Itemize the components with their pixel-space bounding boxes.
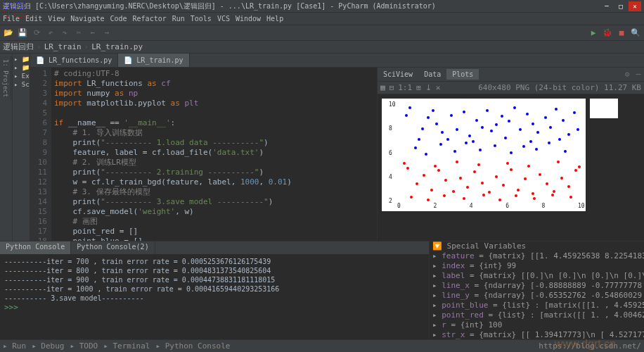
variables-panel[interactable]: 🔽 Special Variables▸ feature = {matrix} …	[430, 241, 644, 339]
editor-tab[interactable]: 📄 LR_functions.py	[30, 54, 118, 67]
menu-file[interactable]: File	[3, 15, 20, 23]
editor-tab[interactable]: 📄 LR_train.py	[118, 54, 189, 67]
menubar: FileEditViewNavigateCodeRefactorRunTools…	[0, 13, 644, 25]
stop-icon[interactable]: ■	[616, 27, 627, 39]
open-icon[interactable]: 📂	[3, 27, 14, 39]
redo-icon[interactable]: ↷	[59, 27, 70, 39]
plot-info: 640x480 PNG (24-bit color) 11.27 KB	[478, 83, 641, 92]
status-terminal[interactable]: ▸ Terminal	[103, 341, 150, 351]
menu-run[interactable]: Run	[172, 15, 185, 23]
menu-window[interactable]: Window	[236, 15, 261, 23]
watermark: www.dgrt.cn	[555, 338, 616, 351]
console-tab[interactable]: Python Console	[0, 241, 71, 254]
plot-canvas[interactable]: 0246810246810	[382, 99, 586, 211]
window-title: 逻辑回归 [C:\Users\zhangyuming.NERC\Desktop\…	[3, 1, 600, 11]
variable-row[interactable]: ▸ r = {int} 100	[430, 320, 644, 330]
menu-refactor[interactable]: Refactor	[133, 15, 167, 23]
status-python-console[interactable]: ▸ Python Console	[155, 341, 230, 351]
grid-icon[interactable]: ▦	[380, 83, 385, 92]
titlebar: 逻辑回归 [C:\Users\zhangyuming.NERC\Desktop\…	[0, 0, 644, 13]
status-run[interactable]: ▸ Run	[3, 341, 26, 351]
sciview-tab-sciview[interactable]: SciView	[378, 69, 418, 80]
variable-row[interactable]: ▸ index = {int} 99	[430, 261, 644, 271]
sciview-tab-plots[interactable]: Plots	[446, 69, 479, 80]
maximize-button[interactable]: □	[614, 1, 627, 11]
forward-icon[interactable]: →	[101, 27, 112, 39]
menu-code[interactable]: Code	[110, 15, 127, 23]
python-console[interactable]: Python ConsolePython Console(2) --------…	[0, 241, 430, 339]
export-icon[interactable]: ⤓	[425, 83, 432, 92]
variable-row[interactable]: ▸ point_blue = {list} : [matrix([[1. , 4…	[430, 301, 644, 310]
variable-row[interactable]: ▸ line_x = {ndarray} [-0.88888889 -0.777…	[430, 281, 644, 291]
search-icon[interactable]: 🔍	[630, 27, 641, 39]
menu-help[interactable]: Help	[266, 15, 283, 23]
run-icon[interactable]: ▶	[588, 27, 599, 39]
console-tab[interactable]: Python Console(2)	[71, 241, 155, 254]
delete-icon[interactable]: ✕	[436, 83, 441, 92]
back-icon[interactable]: ←	[87, 27, 98, 39]
gear-icon[interactable]: ⚙	[622, 69, 633, 80]
variable-row[interactable]: ▸ feature = {matrix} [[1. 4.45925638 8.2…	[430, 251, 644, 261]
breadcrumb: 逻辑回归 › LR_train › LR_train.py	[0, 41, 644, 54]
zoom-fit-icon[interactable]: 1:1	[398, 83, 412, 92]
debug-icon[interactable]: 🐞	[602, 27, 613, 39]
sciview-tabs: SciViewDataPlots ⚙ ─	[378, 68, 644, 82]
status-debug[interactable]: ▸ Debug	[32, 341, 64, 351]
undo-icon[interactable]: ↶	[45, 27, 56, 39]
editor-tabs: 📄 LR_functions.py📄 LR_train.py	[30, 54, 644, 68]
toolbar: 📂 💾 ⟳ ↶ ↷ ✂ ← → ▶ 🐞 ■ 🔍	[0, 25, 644, 41]
plot-toolbar: ▦ ⊟ 1:1 ⊞ ⤓ ✕ 640x480 PNG (24-bit color)…	[378, 82, 644, 94]
zoom-in-icon[interactable]: ⊞	[416, 83, 421, 92]
menu-vcs[interactable]: VCS	[217, 15, 230, 23]
project-tab[interactable]: 1: Project	[1, 56, 11, 100]
variable-row[interactable]: ▸ line_y = {ndarray} [-0.65352762 -0.548…	[430, 291, 644, 301]
menu-edit[interactable]: Edit	[25, 15, 42, 23]
statusbar: ▸ Run▸ Debug▸ TODO▸ Terminal▸ Python Con…	[0, 339, 644, 352]
minimize-button[interactable]: ─	[600, 1, 613, 11]
refresh-icon[interactable]: ⟳	[31, 27, 42, 39]
variable-row[interactable]: ▸ label = {matrix} [[0.]\n [0.]\n [0.]\n…	[430, 271, 644, 281]
menu-view[interactable]: View	[48, 15, 65, 23]
close-button[interactable]: ✕	[629, 1, 641, 11]
hide-icon[interactable]: ─	[633, 69, 644, 80]
cut-icon[interactable]: ✂	[73, 27, 84, 39]
status-todo[interactable]: ▸ TODO	[70, 341, 98, 351]
menu-navigate[interactable]: Navigate	[70, 15, 104, 23]
sciview-tab-data[interactable]: Data	[418, 69, 446, 80]
menu-tools[interactable]: Tools	[191, 15, 212, 23]
zoom-out-icon[interactable]: ⊟	[389, 83, 394, 92]
variable-row[interactable]: ▸ point_red = {list} : [matrix([[ 1. , 4…	[430, 310, 644, 320]
save-icon[interactable]: 💾	[17, 27, 28, 39]
plot-thumbnail[interactable]	[590, 99, 618, 118]
